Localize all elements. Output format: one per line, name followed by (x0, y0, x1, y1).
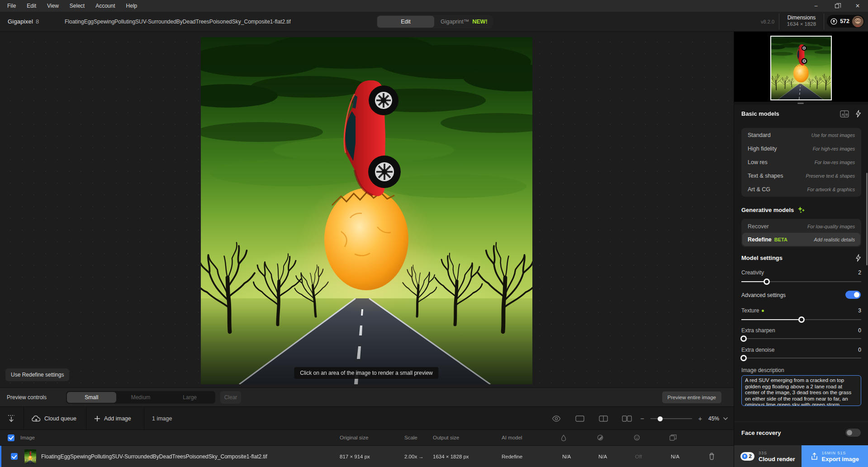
credits-badge[interactable]: 572 (827, 15, 864, 28)
row-original-size: 817 × 914 px (340, 446, 370, 467)
avatar[interactable] (852, 16, 863, 27)
trash-icon (708, 453, 715, 460)
row-checkbox[interactable] (11, 446, 18, 467)
row-ai-model[interactable]: Redefine (502, 446, 522, 467)
generative-models-header: Generative models (741, 206, 861, 213)
texture-row: Texture 3 (741, 307, 861, 314)
texture-value: 3 (858, 307, 861, 314)
menubar: File Edit View Select Account Help (0, 1, 142, 11)
row-denoise: N/A (598, 446, 607, 467)
menu-account[interactable]: Account (91, 1, 119, 11)
extra-denoise-slider[interactable] (741, 355, 861, 361)
panel-scrollbar[interactable] (866, 173, 868, 265)
auto-select-icon[interactable] (855, 110, 861, 118)
advanced-settings-toggle[interactable] (845, 291, 861, 299)
model-art-cg[interactable]: Art & CGFor artwork & graphics (741, 183, 861, 196)
extra-sharpen-slider-handle[interactable] (740, 335, 747, 342)
selected-row-accent (0, 446, 1, 467)
face-recovery-row: Face recovery (741, 429, 861, 436)
row-filename: FloatingEggSpewingPollutingSUV-Surrounde… (41, 446, 267, 467)
select-all-checkbox[interactable] (8, 430, 14, 445)
beta-badge: BETA (774, 237, 787, 242)
preview-entire-image-button[interactable]: Preview entire image (662, 392, 721, 403)
model-redefine[interactable]: RedefineBETA Add realistic details (742, 233, 860, 246)
use-redefine-settings-button[interactable]: Use Redefine settings (5, 368, 69, 381)
preview-image[interactable] (201, 37, 532, 384)
advanced-settings-row: Advanced settings (741, 292, 861, 298)
svg-text:A: A (841, 112, 844, 116)
zoom-level[interactable]: 45% (708, 415, 719, 422)
cloud-render-button[interactable]: 2 33S Cloud render (734, 445, 802, 467)
credit-coin-icon (742, 453, 748, 459)
auto-settings-icon[interactable] (855, 254, 861, 262)
model-high-fidelity[interactable]: High fidelityFor high-res images (741, 142, 861, 156)
split-view-button[interactable] (592, 415, 615, 422)
menu-edit[interactable]: Edit (22, 1, 41, 11)
split-view-icon (599, 415, 608, 422)
queue-table-row[interactable]: FloatingEggSpewingPollutingSUV-Surrounde… (0, 445, 734, 467)
tab-edit[interactable]: Edit (377, 16, 434, 28)
zoom-out-button[interactable]: − (639, 415, 646, 422)
row-output-size: 1634 × 1828 px (433, 446, 469, 467)
cloud-credit-badge: 2 (740, 452, 754, 461)
settings-panel: Basic models A B StandardUse for most im… (734, 32, 868, 467)
basic-models-header: Basic models A B (741, 110, 861, 118)
extra-denoise-slider-handle[interactable] (740, 355, 747, 361)
row-scale[interactable]: 2.00x → (404, 446, 424, 467)
minimize-button[interactable]: – (806, 0, 826, 12)
menu-select[interactable]: Select (65, 1, 89, 11)
menu-help[interactable]: Help (122, 1, 142, 11)
single-view-icon (575, 415, 584, 422)
creativity-slider[interactable] (741, 278, 861, 285)
face-recovery-toggle[interactable] (845, 429, 861, 437)
zoom-in-button[interactable]: + (697, 415, 704, 422)
chevron-down-icon[interactable] (723, 417, 728, 420)
single-view-button[interactable] (568, 415, 592, 422)
menu-file[interactable]: File (3, 1, 20, 11)
model-low-res[interactable]: Low resFor low-res images (741, 156, 861, 169)
extra-denoise-row: Extra denoise 0 (741, 347, 861, 353)
open-file-name: FloatingEggSpewingPollutingSUV-Surrounde… (65, 19, 291, 25)
col-image: Image (20, 430, 35, 445)
close-button[interactable]: ✕ (847, 0, 868, 12)
add-image-button[interactable]: Add image (94, 407, 131, 430)
side-by-side-icon (622, 415, 632, 422)
texture-slider-handle[interactable] (798, 316, 805, 323)
clear-previews-button[interactable]: Clear (220, 391, 241, 404)
app-header: Gigapixel8 FloatingEggSpewingPollutingSU… (0, 12, 868, 32)
import-button[interactable] (7, 407, 15, 430)
credit-coin-icon (830, 18, 837, 25)
delete-row-button[interactable] (708, 446, 715, 467)
app-version: v8.2.0 (761, 19, 774, 24)
cloud-queue-button[interactable]: Cloud queue (32, 407, 76, 430)
model-standard[interactable]: StandardUse for most images (741, 128, 861, 142)
menu-view[interactable]: View (43, 1, 63, 11)
sharpen-col-icon (561, 430, 566, 445)
restore-button[interactable] (826, 0, 847, 12)
tab-gigaprint[interactable]: Gigaprint™ NEW! (434, 19, 492, 25)
side-by-side-button[interactable] (615, 415, 639, 422)
show-original-button[interactable] (545, 415, 568, 422)
extra-sharpen-slider[interactable] (741, 335, 861, 342)
preview-size-medium[interactable]: Medium (116, 392, 166, 403)
model-recover[interactable]: RecoverFor low-quality images (741, 220, 861, 233)
export-icon (811, 453, 818, 460)
add-icon (94, 415, 100, 422)
face-col-icon (634, 430, 640, 445)
compare-ab-icon[interactable]: A B (840, 110, 849, 118)
zoom-slider-handle[interactable] (658, 416, 663, 421)
image-canvas[interactable]: Click on an area of the image to render … (0, 32, 734, 387)
restore-icon (835, 4, 839, 8)
model-text-shapes[interactable]: Text & shapesPreserve text & shapes (741, 169, 861, 183)
model-settings-header: Model settings (741, 254, 861, 262)
navigator-scrollbar[interactable] (734, 102, 868, 105)
preview-size-small[interactable]: Small (67, 392, 116, 403)
preview-size-large[interactable]: Large (165, 392, 214, 403)
creativity-slider-handle[interactable] (764, 278, 770, 285)
export-image-button[interactable]: 16MIN 51S Export image (802, 445, 868, 467)
navigator-thumbnail[interactable] (770, 36, 832, 100)
zoom-slider[interactable] (650, 415, 692, 422)
texture-slider[interactable] (741, 316, 861, 323)
queue-toolbar: Cloud queue Add image 1 image (0, 406, 734, 429)
image-description-input[interactable]: A red SUV emerging from a cracked on top… (741, 375, 861, 406)
